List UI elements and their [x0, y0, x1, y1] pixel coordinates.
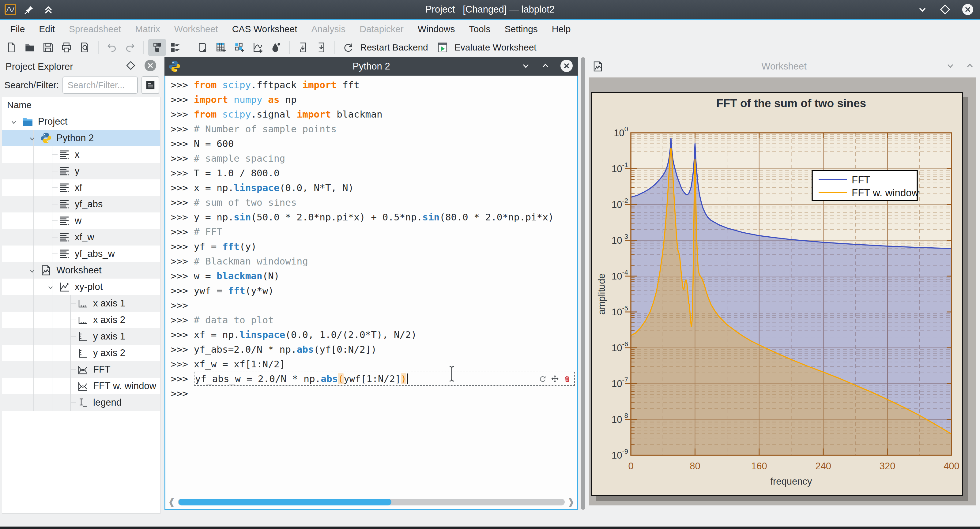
tree-item-legend[interactable]: legend — [2, 394, 160, 411]
tree-item-xy-plot[interactable]: xy-plot — [2, 279, 160, 295]
properties-explorer-toggle[interactable] — [167, 39, 185, 56]
new-workbook-button[interactable] — [194, 39, 211, 56]
tree-item-xf-w[interactable]: xf_w — [2, 229, 160, 246]
menu-file[interactable]: File — [3, 20, 32, 38]
tree-item-x-axis-2[interactable]: x axis 2 — [2, 311, 160, 328]
tree-item-project[interactable]: Project — [2, 113, 160, 130]
worksheet-plot[interactable]: 10010-110-210-310-410-510-610-710-810-90… — [592, 93, 962, 495]
evaluate-worksheet-icon[interactable] — [434, 39, 452, 56]
pin-icon[interactable] — [23, 3, 35, 16]
delete-entry-icon[interactable] — [563, 374, 571, 385]
tree-guide — [52, 328, 52, 345]
tree-item-fft-w-window[interactable]: FFT w. window — [2, 378, 160, 394]
column-icon — [58, 198, 70, 210]
maximize-icon[interactable] — [939, 3, 951, 16]
console-minimize-icon[interactable] — [520, 60, 531, 72]
console-line: >>> # FFT — [165, 224, 577, 239]
reevaluate-entry-icon[interactable] — [539, 374, 547, 385]
close-icon[interactable] — [962, 3, 974, 16]
tree-item-y[interactable]: y — [2, 163, 160, 180]
console-line: >>> from scipy.signal import blackman — [165, 107, 577, 122]
tree-name-header[interactable]: Name — [2, 97, 160, 113]
scroll-right-icon[interactable]: ❱ — [567, 498, 575, 506]
expander-icon[interactable] — [46, 283, 54, 291]
worksheet-view[interactable]: 10010-110-210-310-410-510-610-710-810-90… — [588, 76, 980, 510]
tree-item-yf-abs-w[interactable]: yf_abs_w — [2, 246, 160, 262]
move-entry-icon[interactable] — [551, 374, 559, 385]
menu-windows[interactable]: Windows — [411, 20, 462, 38]
console-vertical-scrollbar[interactable] — [578, 57, 588, 510]
open-file-button[interactable] — [21, 39, 38, 56]
tree-item-w[interactable]: w — [2, 213, 160, 229]
menu-edit[interactable]: Edit — [32, 20, 62, 38]
menu-cas-worksheet[interactable]: CAS Worksheet — [225, 20, 304, 38]
new-file-button[interactable] — [2, 39, 20, 56]
menu-tools[interactable]: Tools — [462, 20, 497, 38]
python-console-editor[interactable]: >>> from scipy.fftpack import fft>>> imp… — [164, 76, 578, 510]
evaluate-worksheet-button[interactable]: Evaluate Worksheet — [455, 42, 536, 52]
worksheet-minimize-icon[interactable] — [945, 60, 956, 72]
y-axis-labels: 10010-110-210-310-410-510-610-710-810-9 — [612, 125, 628, 461]
expander-icon[interactable] — [28, 266, 36, 274]
new-spreadsheet-button[interactable] — [212, 39, 230, 56]
new-worksheet-button[interactable] — [249, 39, 266, 56]
scrollbar-thumb[interactable] — [178, 499, 391, 505]
titlebar[interactable]: Project [Changed] — labplot2 — [0, 0, 980, 20]
tree-item-y-axis-1[interactable]: y axis 1 — [2, 328, 160, 345]
tree-item-python-2[interactable]: Python 2 — [2, 130, 160, 146]
curve-icon — [76, 364, 89, 376]
worksheet-canvas[interactable]: 10010-110-210-310-410-510-610-710-810-90… — [589, 78, 976, 505]
restart-backend-button[interactable]: Restart Backend — [360, 42, 428, 52]
scroll-left-icon[interactable]: ❰ — [168, 498, 175, 506]
float-panel-icon[interactable] — [126, 60, 136, 73]
python-console-window: Python 2 >>> from scipy.fftpack import f… — [164, 57, 578, 510]
expander-icon[interactable] — [28, 134, 36, 142]
filter-options-button[interactable] — [142, 76, 159, 94]
tree-item-x[interactable]: x — [2, 146, 160, 163]
tree-item-label: y axis 2 — [93, 348, 125, 359]
undo-button[interactable] — [103, 39, 121, 56]
tree-item-fft[interactable]: FFT — [2, 361, 160, 378]
tree-item-label: yf_abs — [75, 199, 103, 210]
python-console-header[interactable]: Python 2 — [164, 57, 578, 76]
close-panel-icon[interactable] — [144, 59, 157, 75]
import-data-button[interactable] — [294, 39, 312, 56]
console-horizontal-scrollbar[interactable]: ❰ ❱ — [168, 498, 575, 506]
console-line: >>> xf_w = xf[1:N/2] — [165, 357, 577, 371]
worksheet-restore-icon[interactable] — [965, 60, 975, 72]
export-data-button[interactable] — [312, 39, 330, 56]
search-filter-input[interactable] — [62, 76, 138, 94]
print-button[interactable] — [57, 39, 75, 56]
menu-help[interactable]: Help — [545, 20, 578, 38]
tree-item-label: w — [75, 215, 81, 226]
print-preview-button[interactable] — [76, 39, 94, 56]
new-matrix-button[interactable] — [230, 39, 248, 56]
tree-item-label: y — [75, 165, 80, 176]
expander-icon[interactable] — [10, 118, 18, 125]
project-explorer-toggle[interactable] — [148, 39, 166, 56]
save-button[interactable] — [39, 39, 57, 56]
tree-item-label: legend — [93, 397, 122, 408]
svg-text:10-6: 10-6 — [612, 340, 628, 353]
tree-item-yf-abs[interactable]: yf_abs — [2, 196, 160, 213]
minimize-icon[interactable] — [916, 3, 929, 16]
shade-window-icon[interactable] — [42, 3, 54, 16]
tree-item-xf[interactable]: xf — [2, 180, 160, 196]
tree-item-worksheet[interactable]: Worksheet — [2, 262, 160, 279]
column-icon — [58, 231, 70, 243]
tree-item-y-axis-2[interactable]: y axis 2 — [2, 345, 160, 361]
plot-legend[interactable]: FFTFFT w. window — [812, 170, 919, 200]
column-icon — [58, 248, 70, 260]
worksheet-page[interactable]: 10010-110-210-310-410-510-610-710-810-90… — [591, 92, 963, 496]
tree-guide — [52, 254, 57, 254]
console-restore-icon[interactable] — [540, 60, 550, 72]
scrollbar-track[interactable] — [178, 499, 565, 505]
new-datapicker-button[interactable] — [267, 39, 285, 56]
worksheet-header[interactable]: Worksheet — [588, 57, 980, 76]
command-entry[interactable]: yf_abs_w = 2.0/N * np.abs(ywf[1:N/2]) — [194, 372, 575, 386]
menu-settings[interactable]: Settings — [497, 20, 544, 38]
redo-button[interactable] — [121, 39, 139, 56]
console-close-icon[interactable] — [560, 59, 573, 74]
restart-backend-icon[interactable] — [339, 39, 357, 56]
tree-item-x-axis-1[interactable]: x axis 1 — [2, 295, 160, 311]
